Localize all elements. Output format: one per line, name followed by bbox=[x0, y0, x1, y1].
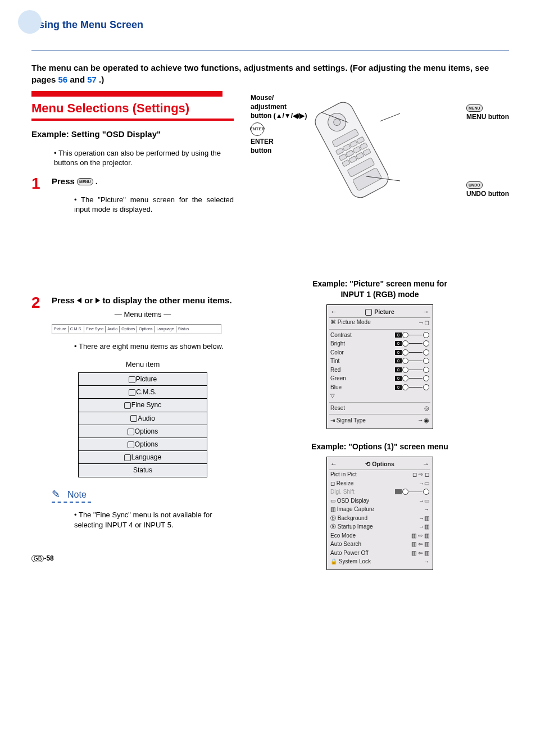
strip-picture: Picture bbox=[52, 326, 69, 332]
resize-row: ◻ Resize→▭ bbox=[329, 479, 430, 488]
menu-icon: MENU bbox=[466, 104, 483, 112]
example-heading: Example: Setting "OSD Display" bbox=[31, 129, 234, 140]
step2-body: There are eight menu items as shown belo… bbox=[74, 341, 234, 352]
auto-search-row: Auto Search▥ ⇦ ▥ bbox=[329, 540, 430, 549]
picture-icon bbox=[365, 309, 372, 316]
strip-options2: Options bbox=[137, 326, 155, 332]
note-label: Note bbox=[52, 489, 91, 503]
item-finesync: Fine Sync bbox=[79, 399, 207, 412]
tint-row: Tint0 bbox=[329, 357, 430, 366]
example-note: This operation can also be performed by … bbox=[54, 148, 234, 168]
nav-right-icon-2: → bbox=[423, 459, 429, 468]
menu-items-strip: Picture C.M.S. Fine Sync Audio Options O… bbox=[52, 324, 221, 334]
strip-cms: C.M.S. bbox=[69, 326, 84, 332]
strip-audio: Audio bbox=[106, 326, 120, 332]
nav-right-icon: → bbox=[423, 307, 429, 316]
blue-row: Blue0 bbox=[329, 383, 430, 392]
color-row: Color0 bbox=[329, 348, 430, 357]
enter-icon: ENTER bbox=[251, 122, 264, 136]
menu-item-header: Menu item bbox=[52, 359, 234, 370]
options-menu-panel: ← ⟲ Options → Pict in Pict◻ ⇨ ◻ ◻ Resize… bbox=[326, 457, 433, 570]
pict-in-pict-row: Pict in Pict◻ ⇨ ◻ bbox=[329, 470, 430, 479]
step2-text-b: or bbox=[84, 295, 95, 305]
step-number-1: 1 bbox=[31, 176, 45, 222]
right-arrow-icon bbox=[96, 298, 100, 303]
intro-part-b: .) bbox=[99, 75, 104, 84]
menu-item-table: Picture C.M.S. Fine Sync Audio Options O… bbox=[78, 372, 207, 477]
remote-control-graphic bbox=[296, 97, 408, 203]
region-code: GB bbox=[31, 555, 44, 562]
strip-language: Language bbox=[155, 326, 176, 332]
undo-icon: UNDO bbox=[466, 181, 483, 189]
background-row: ⓑ Background→▥ bbox=[329, 514, 430, 523]
item-picture: Picture bbox=[79, 373, 207, 386]
options-title: Options bbox=[372, 461, 394, 467]
item-options2: Options bbox=[79, 438, 207, 451]
page-ref-57[interactable]: 57 bbox=[87, 75, 97, 84]
strip-finesync: Fine Sync bbox=[84, 326, 106, 332]
step1-text-b: . bbox=[96, 176, 98, 186]
auto-power-off-row: Auto Power Off▥ ⇦ ▥ bbox=[329, 549, 430, 558]
menu-items-label: — Menu items — bbox=[52, 309, 234, 320]
picture-menu-panel: ← Picture → ⌘ Picture Mode →◻ Contrast0 … bbox=[326, 304, 433, 429]
step1-text-a: Press bbox=[52, 176, 77, 186]
note-body: The "Fine Sync" menu is not available fo… bbox=[74, 510, 234, 530]
item-language: Language bbox=[79, 451, 207, 464]
item-status: Status bbox=[79, 464, 207, 477]
step-number-2: 2 bbox=[31, 295, 45, 537]
picture-mode-row: ⌘ Picture Mode →◻ bbox=[329, 318, 430, 327]
remote-diagram: Mouse/ adjustment button (▲/▼/◀/▶) ENTER… bbox=[251, 93, 509, 200]
red-heading: Menu Selections (Settings) bbox=[31, 100, 234, 121]
eco-mode-row: Eco Mode▥ ⇨ ▥ bbox=[329, 531, 430, 540]
strip-status: Status bbox=[176, 326, 191, 332]
svg-rect-0 bbox=[312, 99, 392, 201]
green-row: Green0 bbox=[329, 374, 430, 383]
osd-display-row: ▭ OSD Display→▭ bbox=[329, 497, 430, 505]
intro-text: The menu can be operated to achieve two … bbox=[31, 62, 509, 85]
step2-text-c: to display the other menu items. bbox=[103, 295, 232, 305]
example1-caption: Example: "Picture" screen menu for INPUT… bbox=[251, 279, 509, 300]
scroll-down-icon: ▽ bbox=[329, 391, 430, 400]
item-options1: Options bbox=[79, 425, 207, 438]
nav-left-icon-2: ← bbox=[330, 459, 337, 468]
step2-text-a: Press bbox=[52, 295, 77, 305]
startup-image-row: Ⓢ Startup Image→▥ bbox=[329, 522, 430, 531]
section-title-bar: Using the Menu Screen bbox=[31, 13, 509, 51]
contrast-row: Contrast0 bbox=[329, 329, 430, 340]
left-arrow-icon bbox=[77, 298, 81, 303]
red-row: Red0 bbox=[329, 366, 430, 375]
item-audio: Audio bbox=[79, 412, 207, 425]
menu-button-label: MENU MENU button bbox=[466, 103, 509, 121]
reset-row: Reset◎ bbox=[329, 402, 430, 413]
bright-row: Bright0 bbox=[329, 339, 430, 348]
nav-left-icon: ← bbox=[330, 307, 337, 316]
svg-line-19 bbox=[380, 113, 400, 121]
picture-title: Picture bbox=[374, 308, 394, 315]
signal-type-row: ⇥ Signal Type→◉ bbox=[329, 414, 430, 425]
intro-part-mid: and bbox=[70, 75, 87, 84]
system-lock-row: 🔒 System Lock→ bbox=[329, 557, 430, 566]
red-divider bbox=[31, 91, 222, 97]
strip-options1: Options bbox=[120, 326, 137, 332]
example2-caption: Example: "Options (1)" screen menu bbox=[251, 441, 509, 452]
section-title: Using the Menu Screen bbox=[31, 18, 509, 31]
digi-shift-row: Digi. Shift bbox=[329, 488, 430, 497]
page-number: GB-58 bbox=[31, 554, 234, 563]
menu-button-icon: MENU bbox=[77, 178, 93, 185]
enter-button-label: ENTER button bbox=[251, 137, 274, 155]
page-ref-56[interactable]: 56 bbox=[58, 75, 68, 84]
step1-body: The "Picture" menu screen for the select… bbox=[74, 195, 234, 215]
undo-button-label: UNDO UNDO button bbox=[466, 180, 509, 198]
item-cms: C.M.S. bbox=[79, 386, 207, 399]
image-capture-row: ▥ Image Capture→ bbox=[329, 505, 430, 514]
